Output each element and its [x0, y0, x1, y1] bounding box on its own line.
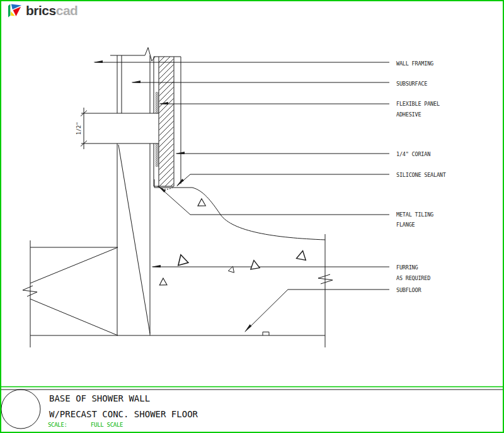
- slope-line: [118, 145, 150, 334]
- annotation-as-required: AS REQUIRED: [396, 275, 430, 281]
- annotation-subfloor: SUBFLOOR: [396, 287, 421, 293]
- annotation-subsurface: SUBSURFACE: [396, 81, 427, 87]
- logo-text-primary: brics: [26, 3, 56, 18]
- leader-metal-tiling-flange: [158, 186, 389, 215]
- title-block-scale-label: SCALE:: [48, 422, 67, 428]
- annotation-metal-tiling: METAL TILING: [396, 211, 433, 218]
- dimension-half-inch: [81, 108, 115, 149]
- bricscad-logo: bricscad: [8, 3, 77, 19]
- corian-panel-hatch: [156, 57, 174, 186]
- title-block-title-line2: W/PRECAST CONC. SHOWER FLOOR: [49, 409, 198, 419]
- right-break-symbol: [318, 274, 333, 284]
- leader-subfloor: [245, 290, 389, 332]
- blocking-lines: [115, 113, 159, 143]
- title-block-scale-value: FULL SCALE: [91, 422, 123, 428]
- leader-lines: [94, 62, 389, 332]
- annotation-furring: FURRING: [396, 264, 418, 271]
- leader-silicone-sealant: [177, 174, 389, 186]
- logo-text-secondary: cad: [56, 3, 78, 18]
- bricscad-logo-icon: [8, 3, 23, 18]
- title-block-title-line1: BASE OF SHOWER WALL: [49, 393, 150, 403]
- concrete-triangle-markers: [159, 199, 307, 285]
- annotation-corian: 1/4" CORIAN: [396, 151, 430, 157]
- cross-braced-member: [23, 240, 325, 347]
- right-edge-lines: [263, 234, 333, 347]
- annotation-flange: FLANGE: [396, 222, 415, 228]
- annotation-flexible-panel: FLEXIBLE PANEL: [396, 101, 440, 107]
- subfloor-notch: [263, 332, 269, 336]
- annotation-wall-framing: WALL FRAMING: [396, 60, 433, 67]
- dimension-text: 1/2": [76, 122, 82, 135]
- flange-floor-curve: [154, 179, 325, 240]
- annotation-silicone-sealant: SILICONE SEALANT: [396, 172, 446, 178]
- annotation-adhesive: ADHESIVE: [396, 111, 421, 118]
- bricscad-drawing-sheet: bricscad: [0, 0, 504, 433]
- detail-bubble-circle: [1, 390, 40, 429]
